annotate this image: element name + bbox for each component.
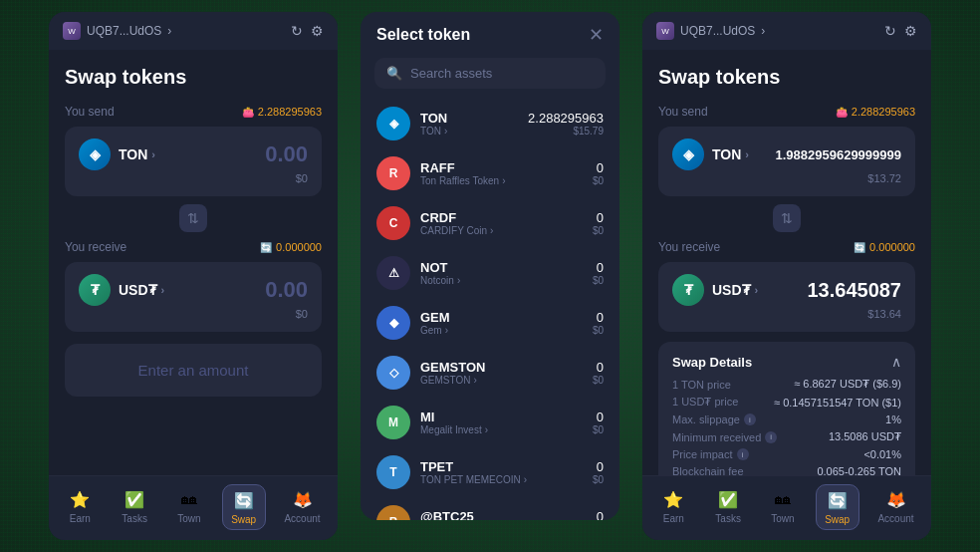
swap-details-title: Swap Details <box>672 355 752 370</box>
refresh-icon-right[interactable]: ↻ <box>884 23 896 39</box>
left-ton-selector[interactable]: ◈ TON › <box>79 138 155 170</box>
enter-amount-btn[interactable]: Enter an amount <box>65 344 322 397</box>
nav-town-left[interactable]: 🏘 Town <box>167 484 211 530</box>
token-name-3: NOT <box>420 260 460 275</box>
token-usd-2: $0 <box>593 225 604 236</box>
token-info-3: NOT Notcoin › <box>420 260 460 286</box>
token-list-item-mi[interactable]: M MI Megalit Invest › 0 $0 <box>365 398 615 447</box>
token-search-box[interactable]: 🔍 Search assets <box>374 58 606 89</box>
token-info-4: GEM Gem › <box>420 310 450 336</box>
token-logo-7: T <box>376 455 410 489</box>
right-send-amount[interactable]: 1.9882959629999999 <box>775 147 901 162</box>
swap-details-chevron[interactable]: ∧ <box>891 354 901 370</box>
search-input[interactable]: Search assets <box>410 66 492 81</box>
token-right-6: 0 $0 <box>593 410 604 435</box>
detail-label-0: 1 TON price <box>672 379 731 391</box>
swap-icon-left: 🔄 <box>233 489 255 511</box>
left-send-amount[interactable]: 0.00 <box>265 141 308 167</box>
swap-dir-btn-left[interactable]: ⇅ <box>179 204 207 232</box>
token-info-0: TON TON › <box>420 111 447 137</box>
token-usd-5: $0 <box>593 375 604 386</box>
wallet-chevron-left: › <box>167 24 171 38</box>
token-list-item-btc25[interactable]: B @BTC25 @BTC25 MEMECOIN TonMiner › 0 $0 <box>365 497 615 520</box>
swap-dir-btn-right[interactable]: ⇅ <box>773 204 801 232</box>
ton-label-right: TON <box>712 146 741 162</box>
wallet-icon-right: W <box>656 22 674 40</box>
nav-account-left[interactable]: 🦊 Account <box>276 484 328 530</box>
nav-earn-right[interactable]: ⭐ Earn <box>651 484 695 530</box>
info-dot-3[interactable]: i <box>765 431 777 443</box>
token-list-item-gem[interactable]: ◆ GEM Gem › 0 $0 <box>365 298 615 348</box>
nav-account-right[interactable]: 🦊 Account <box>869 484 921 530</box>
right-ton-selector[interactable]: ◈ TON › <box>672 138 749 170</box>
token-list-item-crdf[interactable]: C CRDF CARDIFY Coin › 0 $0 <box>365 198 615 248</box>
right-send-row: ◈ TON › 1.9882959629999999 <box>672 138 901 170</box>
nav-swap-left[interactable]: 🔄 Swap <box>222 484 266 530</box>
token-usd-6: $0 <box>593 424 604 435</box>
account-icon-left: 🦊 <box>292 488 314 510</box>
token-usd-0: $15.79 <box>528 126 604 137</box>
swap-detail-row-1: 1 USD₮ price ≈ 0.1457151547 TON ($1) <box>672 396 901 409</box>
nav-swap-right[interactable]: 🔄 Swap <box>816 484 859 530</box>
town-icon-left: 🏘 <box>178 488 200 510</box>
token-logo-1: R <box>376 156 410 190</box>
nav-tasks-left[interactable]: ✅ Tasks <box>113 484 156 530</box>
send-balance-value-right: 2.288295963 <box>852 106 915 118</box>
you-send-text-left: You send <box>65 105 115 119</box>
token-left-6: M MI Megalit Invest › <box>376 406 488 439</box>
wallet-id-left[interactable]: W UQB7...UdOS › <box>63 22 171 40</box>
token-sub-6: Megalit Invest › <box>420 424 488 435</box>
right-send-usd: $13.72 <box>672 172 901 184</box>
token-left-3: ⚠ NOT Notcoin › <box>376 256 460 290</box>
token-list-item-raff[interactable]: R RAFF Ton Raffles Token › 0 $0 <box>365 148 615 198</box>
token-usd-3: $0 <box>593 275 604 286</box>
token-sub-5: GEMSTON › <box>420 375 486 386</box>
token-list-item-tpet[interactable]: T TPET TON PET MEMECOIN › 0 $0 <box>365 447 615 497</box>
left-header: W UQB7...UdOS › ↻ ⚙ <box>49 12 338 50</box>
refresh-icon-left[interactable]: ↻ <box>291 23 303 39</box>
token-sub-2: CARDIFY Coin › <box>420 225 493 236</box>
swap-detail-rows: 1 TON price ≈ 6.8627 USD₮ ($6.9) 1 USD₮ … <box>672 378 901 475</box>
token-list-item-not[interactable]: ⚠ NOT Notcoin › 0 $0 <box>365 248 615 298</box>
ton-chevron-left: › <box>151 148 155 160</box>
earn-icon-right: ⭐ <box>662 488 684 510</box>
swap-details: Swap Details ∧ 1 TON price ≈ 6.8627 USD₮… <box>658 342 915 475</box>
token-info-7: TPET TON PET MEMECOIN › <box>420 459 527 485</box>
token-sub-chevron-4: › <box>445 325 448 336</box>
nav-earn-left[interactable]: ⭐ Earn <box>58 484 102 530</box>
token-right-0: 2.288295963 $15.79 <box>528 111 604 137</box>
settings-icon-left[interactable]: ⚙ <box>311 23 324 39</box>
account-label-left: Account <box>284 513 320 524</box>
info-dot-4[interactable]: i <box>737 448 749 460</box>
settings-icon-right[interactable]: ⚙ <box>904 23 917 39</box>
swap-direction-right: ⇅ <box>658 204 915 232</box>
token-list-item-gemston[interactable]: ◇ GEMSTON GEMSTON › 0 $0 <box>365 348 615 398</box>
tasks-icon-left: ✅ <box>123 488 145 510</box>
left-content: Swap tokens You send 👛 2.288295963 ◈ TON… <box>49 50 338 475</box>
center-section: Select token ✕ 🔍 Search assets ◈ TON TON… <box>346 0 634 552</box>
nav-tasks-right[interactable]: ✅ Tasks <box>706 484 750 530</box>
left-receive-amount: 0.00 <box>265 277 308 303</box>
token-balance-2: 0 <box>593 210 604 225</box>
token-list-item-ton[interactable]: ◈ TON TON › 2.288295963 $15.79 <box>365 99 615 148</box>
token-right-3: 0 $0 <box>593 260 604 286</box>
receive-wallet-icon: 🔄 <box>260 242 272 253</box>
token-list: ◈ TON TON › 2.288295963 $15.79 R RAFF To… <box>361 99 619 520</box>
token-info-6: MI Megalit Invest › <box>420 410 488 435</box>
usdt-logo-right: ₮ <box>672 274 704 306</box>
info-dot-2[interactable]: i <box>744 414 756 425</box>
token-sub-chevron-2: › <box>490 225 493 236</box>
left-receive-usd: $0 <box>79 308 308 320</box>
left-send-row: ◈ TON › 0.00 <box>79 138 308 170</box>
token-sub-1: Ton Raffles Token › <box>420 175 505 186</box>
right-receive-amount: 13.645087 <box>807 279 901 302</box>
right-usdt-selector[interactable]: ₮ USD₮ › <box>672 274 758 306</box>
token-logo-6: M <box>376 406 410 439</box>
token-balance-6: 0 <box>593 410 604 424</box>
nav-town-right[interactable]: 🏘 Town <box>761 484 805 530</box>
tasks-label-right: Tasks <box>715 513 741 524</box>
modal-close-btn[interactable]: ✕ <box>589 26 604 44</box>
left-usdt-selector[interactable]: ₮ USD₮ › <box>79 274 164 306</box>
wallet-id-right[interactable]: W UQB7...UdOS › <box>656 22 765 40</box>
token-sub-chevron-7: › <box>524 474 527 485</box>
